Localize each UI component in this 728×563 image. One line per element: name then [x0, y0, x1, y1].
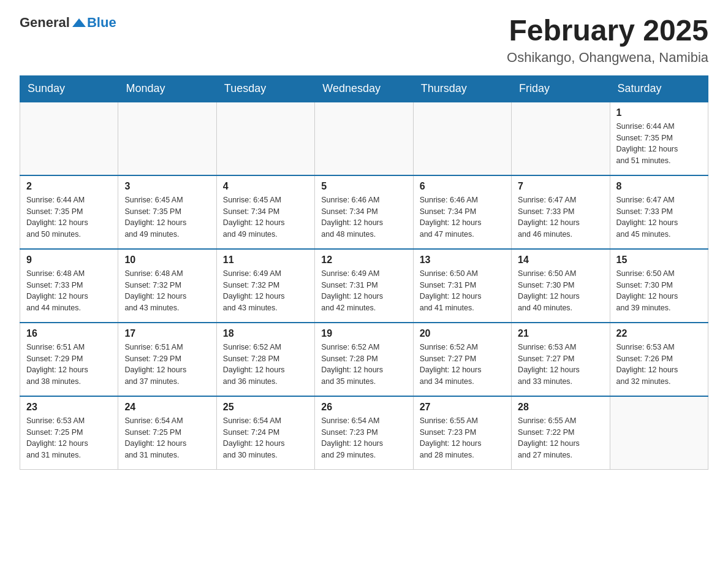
- day-number: 19: [321, 328, 406, 339]
- day-info: Sunrise: 6:55 AM Sunset: 7:22 PM Dayligh…: [518, 415, 603, 461]
- calendar-day-header: Wednesday: [315, 75, 413, 102]
- day-info: Sunrise: 6:52 AM Sunset: 7:28 PM Dayligh…: [223, 342, 308, 388]
- day-number: 24: [124, 402, 210, 413]
- calendar-cell: [413, 102, 511, 175]
- day-number: 21: [518, 328, 603, 339]
- calendar-week-row: 16Sunrise: 6:51 AM Sunset: 7:29 PM Dayli…: [20, 323, 708, 396]
- day-info: Sunrise: 6:54 AM Sunset: 7:24 PM Dayligh…: [223, 415, 308, 461]
- day-info: Sunrise: 6:45 AM Sunset: 7:35 PM Dayligh…: [124, 194, 210, 240]
- calendar-day-header: Thursday: [413, 75, 511, 102]
- calendar-cell: 20Sunrise: 6:52 AM Sunset: 7:27 PM Dayli…: [413, 323, 511, 396]
- day-number: 13: [420, 255, 505, 266]
- day-info: Sunrise: 6:45 AM Sunset: 7:34 PM Dayligh…: [223, 194, 308, 240]
- day-info: Sunrise: 6:44 AM Sunset: 7:35 PM Dayligh…: [616, 121, 702, 167]
- calendar-cell: 2Sunrise: 6:44 AM Sunset: 7:35 PM Daylig…: [20, 175, 118, 249]
- calendar-week-row: 23Sunrise: 6:53 AM Sunset: 7:25 PM Dayli…: [20, 396, 708, 470]
- calendar-cell: 18Sunrise: 6:52 AM Sunset: 7:28 PM Dayli…: [216, 323, 314, 396]
- day-number: 16: [26, 328, 112, 339]
- calendar-cell: 3Sunrise: 6:45 AM Sunset: 7:35 PM Daylig…: [118, 175, 216, 249]
- calendar-week-row: 2Sunrise: 6:44 AM Sunset: 7:35 PM Daylig…: [20, 175, 708, 249]
- day-number: 7: [518, 181, 603, 192]
- calendar-header-row: SundayMondayTuesdayWednesdayThursdayFrid…: [20, 75, 708, 102]
- calendar-cell: 11Sunrise: 6:49 AM Sunset: 7:32 PM Dayli…: [216, 249, 314, 323]
- calendar-cell: 15Sunrise: 6:50 AM Sunset: 7:30 PM Dayli…: [610, 249, 708, 323]
- calendar-cell: 10Sunrise: 6:48 AM Sunset: 7:32 PM Dayli…: [118, 249, 216, 323]
- day-number: 5: [321, 181, 406, 192]
- day-info: Sunrise: 6:46 AM Sunset: 7:34 PM Dayligh…: [321, 194, 406, 240]
- calendar-day-header: Monday: [118, 75, 216, 102]
- calendar-cell: 16Sunrise: 6:51 AM Sunset: 7:29 PM Dayli…: [20, 323, 118, 396]
- calendar-cell: [20, 102, 118, 175]
- day-number: 17: [124, 328, 210, 339]
- page-header: General Blue February 2025 Oshikango, Oh…: [20, 15, 708, 66]
- day-number: 3: [124, 181, 210, 192]
- logo-text-blue: Blue: [87, 15, 116, 31]
- day-info: Sunrise: 6:53 AM Sunset: 7:27 PM Dayligh…: [518, 342, 603, 388]
- day-info: Sunrise: 6:48 AM Sunset: 7:32 PM Dayligh…: [124, 268, 210, 314]
- calendar-cell: 5Sunrise: 6:46 AM Sunset: 7:34 PM Daylig…: [315, 175, 413, 249]
- calendar-cell: [118, 102, 216, 175]
- day-info: Sunrise: 6:54 AM Sunset: 7:23 PM Dayligh…: [321, 415, 406, 461]
- day-info: Sunrise: 6:53 AM Sunset: 7:25 PM Dayligh…: [26, 415, 112, 461]
- calendar-cell: [512, 102, 610, 175]
- calendar-cell: [216, 102, 314, 175]
- day-number: 11: [223, 255, 308, 266]
- day-info: Sunrise: 6:52 AM Sunset: 7:28 PM Dayligh…: [321, 342, 406, 388]
- day-number: 4: [223, 181, 308, 192]
- day-info: Sunrise: 6:52 AM Sunset: 7:27 PM Dayligh…: [420, 342, 505, 388]
- day-info: Sunrise: 6:51 AM Sunset: 7:29 PM Dayligh…: [124, 342, 210, 388]
- logo-triangle-icon: [72, 18, 86, 27]
- calendar-cell: 28Sunrise: 6:55 AM Sunset: 7:22 PM Dayli…: [512, 396, 610, 470]
- day-number: 1: [616, 107, 702, 118]
- day-info: Sunrise: 6:51 AM Sunset: 7:29 PM Dayligh…: [26, 342, 112, 388]
- calendar-cell: [315, 102, 413, 175]
- calendar-cell: 8Sunrise: 6:47 AM Sunset: 7:33 PM Daylig…: [610, 175, 708, 249]
- day-number: 28: [518, 402, 603, 413]
- calendar-cell: 23Sunrise: 6:53 AM Sunset: 7:25 PM Dayli…: [20, 396, 118, 470]
- calendar-cell: 7Sunrise: 6:47 AM Sunset: 7:33 PM Daylig…: [512, 175, 610, 249]
- calendar-cell: 13Sunrise: 6:50 AM Sunset: 7:31 PM Dayli…: [413, 249, 511, 323]
- calendar-week-row: 9Sunrise: 6:48 AM Sunset: 7:33 PM Daylig…: [20, 249, 708, 323]
- calendar-cell: 14Sunrise: 6:50 AM Sunset: 7:30 PM Dayli…: [512, 249, 610, 323]
- calendar-cell: 12Sunrise: 6:49 AM Sunset: 7:31 PM Dayli…: [315, 249, 413, 323]
- calendar-cell: 24Sunrise: 6:54 AM Sunset: 7:25 PM Dayli…: [118, 396, 216, 470]
- day-info: Sunrise: 6:55 AM Sunset: 7:23 PM Dayligh…: [420, 415, 505, 461]
- calendar-cell: 1Sunrise: 6:44 AM Sunset: 7:35 PM Daylig…: [610, 102, 708, 175]
- day-number: 6: [420, 181, 505, 192]
- month-title: February 2025: [507, 15, 708, 47]
- svg-marker-0: [72, 18, 86, 27]
- calendar-cell: 9Sunrise: 6:48 AM Sunset: 7:33 PM Daylig…: [20, 249, 118, 323]
- day-number: 9: [26, 255, 112, 266]
- day-number: 14: [518, 255, 603, 266]
- day-info: Sunrise: 6:49 AM Sunset: 7:31 PM Dayligh…: [321, 268, 406, 314]
- day-info: Sunrise: 6:50 AM Sunset: 7:30 PM Dayligh…: [518, 268, 603, 314]
- day-info: Sunrise: 6:44 AM Sunset: 7:35 PM Dayligh…: [26, 194, 112, 240]
- calendar-day-header: Friday: [512, 75, 610, 102]
- calendar-table: SundayMondayTuesdayWednesdayThursdayFrid…: [20, 75, 708, 470]
- day-info: Sunrise: 6:50 AM Sunset: 7:30 PM Dayligh…: [616, 268, 702, 314]
- day-info: Sunrise: 6:49 AM Sunset: 7:32 PM Dayligh…: [223, 268, 308, 314]
- logo-text-general: General: [20, 15, 70, 31]
- day-number: 20: [420, 328, 505, 339]
- day-number: 22: [616, 328, 702, 339]
- day-info: Sunrise: 6:48 AM Sunset: 7:33 PM Dayligh…: [26, 268, 112, 314]
- day-info: Sunrise: 6:54 AM Sunset: 7:25 PM Dayligh…: [124, 415, 210, 461]
- day-number: 8: [616, 181, 702, 192]
- day-number: 23: [26, 402, 112, 413]
- day-number: 27: [420, 402, 505, 413]
- calendar-cell: 25Sunrise: 6:54 AM Sunset: 7:24 PM Dayli…: [216, 396, 314, 470]
- title-block: February 2025 Oshikango, Ohangwena, Nami…: [507, 15, 708, 66]
- calendar-week-row: 1Sunrise: 6:44 AM Sunset: 7:35 PM Daylig…: [20, 102, 708, 175]
- calendar-cell: 22Sunrise: 6:53 AM Sunset: 7:26 PM Dayli…: [610, 323, 708, 396]
- day-info: Sunrise: 6:47 AM Sunset: 7:33 PM Dayligh…: [616, 194, 702, 240]
- day-info: Sunrise: 6:53 AM Sunset: 7:26 PM Dayligh…: [616, 342, 702, 388]
- day-info: Sunrise: 6:46 AM Sunset: 7:34 PM Dayligh…: [420, 194, 505, 240]
- location: Oshikango, Ohangwena, Namibia: [507, 50, 708, 66]
- day-number: 10: [124, 255, 210, 266]
- day-info: Sunrise: 6:50 AM Sunset: 7:31 PM Dayligh…: [420, 268, 505, 314]
- calendar-cell: 6Sunrise: 6:46 AM Sunset: 7:34 PM Daylig…: [413, 175, 511, 249]
- calendar-cell: 26Sunrise: 6:54 AM Sunset: 7:23 PM Dayli…: [315, 396, 413, 470]
- day-number: 18: [223, 328, 308, 339]
- calendar-day-header: Sunday: [20, 75, 118, 102]
- day-number: 15: [616, 255, 702, 266]
